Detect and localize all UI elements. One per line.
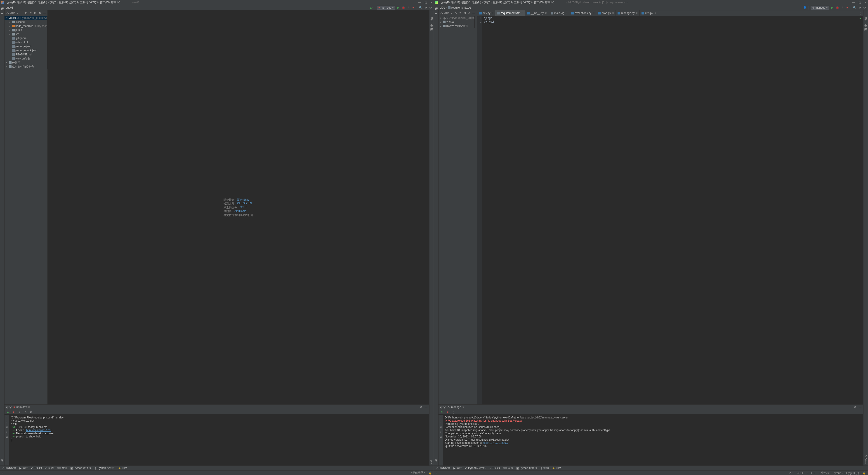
bottom-toolbar[interactable]: ⎇ 版本控制▶ 运行✓ Python 软件包⚠ TODO⌨ 问题▣ Python… [434, 466, 868, 471]
tree-node[interactable]: ▸外部库 [4, 61, 47, 65]
status-left-icon[interactable]: ▫ [2, 471, 3, 475]
left-toolwindow-bar[interactable]: ■ 项目 结构 [0, 10, 4, 466]
editor-tab[interactable]: main.log× [549, 10, 569, 16]
close-icon[interactable]: ✕ [431, 1, 433, 4]
editor-tabs[interactable]: dev.py×requirements.txt×__init__.py×main… [477, 10, 863, 16]
stop-button[interactable]: ■ [845, 6, 849, 9]
collapse-all-icon[interactable]: ⊞ [463, 11, 467, 15]
select-opened-icon[interactable]: ⊙ [454, 11, 458, 15]
rerun-button[interactable]: ▶ [6, 410, 9, 414]
bottom-tool-item[interactable]: ⎇ 版本控制 [435, 466, 450, 470]
bottom-tool-item[interactable]: ▣ Python 软件包 [70, 466, 91, 470]
menu-item[interactable]: 工具(I) [80, 1, 88, 4]
print-icon[interactable]: 🖶 [439, 436, 442, 439]
rerun-button[interactable]: ↻ [440, 410, 443, 414]
tree-node[interactable]: ▸dj01 D:\Python\web_project\dj01 [438, 16, 474, 20]
settings-icon[interactable]: ⚙ [467, 11, 471, 15]
menu-item[interactable]: 帮助(H) [111, 1, 120, 4]
up-icon[interactable]: ↑ [6, 416, 7, 419]
folder-icon[interactable]: 🗀 [1, 6, 5, 9]
interpreter-status[interactable]: <无解释器> [411, 471, 425, 475]
select-opened-icon[interactable]: ⊟ [24, 11, 28, 15]
hide-icon[interactable]: — [858, 405, 862, 409]
breadcrumb-1[interactable]: dj01 [440, 6, 445, 9]
line-separator[interactable]: CRLF [797, 471, 804, 475]
bottom-tool-item[interactable]: ⌨ 终端 [57, 466, 67, 470]
down-icon[interactable]: ⭳ [18, 410, 21, 414]
bottom-tool-item[interactable]: ❯ Python 控制台 [94, 466, 115, 470]
encoding[interactable]: UTF-8 [807, 471, 815, 475]
settings-icon[interactable]: ⚙ [424, 6, 428, 9]
lock-icon[interactable]: 🔒 [863, 471, 866, 475]
search-icon[interactable]: 🔍 [419, 6, 423, 9]
menu-item[interactable]: 编辑(E) [17, 1, 26, 4]
run-config-dropdown[interactable]: ■npm dev ▾ [377, 6, 395, 10]
right-toolwindow-bar[interactable]: 通知 AI 助手 数据库 SciView [863, 10, 868, 466]
maximize-icon[interactable]: ▢ [425, 1, 427, 4]
tree-node[interactable]: package.json [4, 44, 47, 49]
trash-icon[interactable]: 🗑 [29, 410, 33, 414]
hide-icon[interactable]: — [472, 11, 475, 15]
more-icon[interactable]: ⋮ [35, 410, 39, 414]
down-icon[interactable]: ↓ [6, 420, 7, 424]
close-icon[interactable]: ✕ [865, 1, 867, 4]
bottom-tool-item[interactable]: ⚠ TODO [489, 467, 500, 470]
expand-all-icon[interactable]: ≡ [29, 11, 33, 15]
bottom-tool-item[interactable]: ⎇ 版本控制 [1, 466, 16, 470]
menu-item[interactable]: 窗口(W) [100, 1, 110, 4]
menu-item[interactable]: 文件(F) [7, 1, 16, 4]
user-icon[interactable]: 👤 [803, 6, 807, 9]
tree-node[interactable]: ▸外部库 [438, 20, 474, 24]
filter-icon[interactable]: ⎙ [24, 410, 27, 414]
right-toolwindow-bar[interactable]: 通知 AI 助手 数据库 npm [429, 10, 434, 466]
more-icon[interactable]: ⋮ [452, 410, 455, 414]
scroll-icon[interactable]: ⤓ [6, 431, 8, 434]
inspection-ok-icon[interactable]: ✔ [859, 17, 862, 20]
expand-all-icon[interactable]: ≡ [458, 11, 462, 15]
bottom-tool-item[interactable]: ▣ Python 控制台 [516, 466, 537, 470]
stop-button[interactable]: ■ [446, 410, 450, 414]
search-icon[interactable]: 🔍 [853, 6, 857, 9]
debug-button[interactable]: 🐞 [401, 6, 405, 9]
cursor-position[interactable]: 2:8 [789, 471, 793, 475]
menu-item[interactable]: 运行(U) [69, 1, 79, 4]
updates-icon[interactable]: ⟳ [429, 6, 432, 9]
bottom-tool-item[interactable]: ⌨ 问题 [503, 466, 513, 470]
gear-icon[interactable]: ⚙ [853, 405, 857, 409]
settings-icon[interactable]: ⚙ [38, 11, 41, 15]
tree-node[interactable]: ▾vue01 D:\Python\web_project\vue01 [4, 16, 47, 20]
print-icon[interactable]: 🖶 [5, 436, 8, 439]
menu-item[interactable]: VCS(S) [523, 1, 532, 4]
stop-button[interactable]: ■ [411, 6, 415, 9]
run-button[interactable]: ▶ [397, 6, 400, 9]
hide-icon[interactable]: — [42, 11, 46, 15]
status-left-icon[interactable]: ▫ [436, 471, 437, 475]
menu-item[interactable]: 导航(N) [38, 1, 47, 4]
menu-item[interactable]: 帮助(H) [545, 1, 554, 4]
breadcrumb[interactable]: vue01 [6, 6, 13, 9]
menu-item[interactable]: 重构(R) [493, 1, 502, 4]
updates-icon[interactable]: ⟳ [863, 6, 866, 9]
project-tree[interactable]: ▸dj01 D:\Python\web_project\dj01▸外部库▸临时文… [438, 16, 475, 28]
tree-node[interactable]: ▸临时文件和控制台 [438, 24, 474, 28]
wrap-icon[interactable]: ⏎ [440, 425, 442, 428]
code-area[interactable]: ✔ djangopymysql [483, 16, 863, 405]
tree-node[interactable]: ▸node_modules library root [4, 24, 47, 28]
bottom-tool-item[interactable]: ⚠ 问题 [45, 466, 54, 470]
editor-tab[interactable]: __init__.py× [525, 10, 549, 16]
run-output[interactable]: "C:\Program Files\nodejs\npm.cmd" run de… [9, 415, 429, 466]
bottom-tool-item[interactable]: ▶ 运行 [454, 466, 462, 470]
menu-item[interactable]: 视图(V) [27, 1, 36, 4]
menu-item[interactable]: 运行(U) [503, 1, 513, 4]
gear-icon[interactable]: ⚙ [419, 405, 423, 409]
editor-tab[interactable]: requirements.txt× [495, 10, 525, 16]
menu-item[interactable]: 重构(R) [59, 1, 68, 4]
minimize-icon[interactable]: — [852, 1, 855, 4]
up-icon[interactable]: ↑ [440, 416, 441, 419]
menu-item[interactable]: 代码(C) [49, 1, 58, 4]
tree-node[interactable]: README.md [4, 53, 47, 57]
menu-item[interactable]: 导航(N) [472, 1, 481, 4]
toggle-icon[interactable]: ⏻ [369, 6, 373, 9]
tree-node[interactable]: vite.config.js [4, 57, 47, 61]
bottom-tool-item[interactable]: ✓ Python 软件包 [465, 466, 486, 470]
